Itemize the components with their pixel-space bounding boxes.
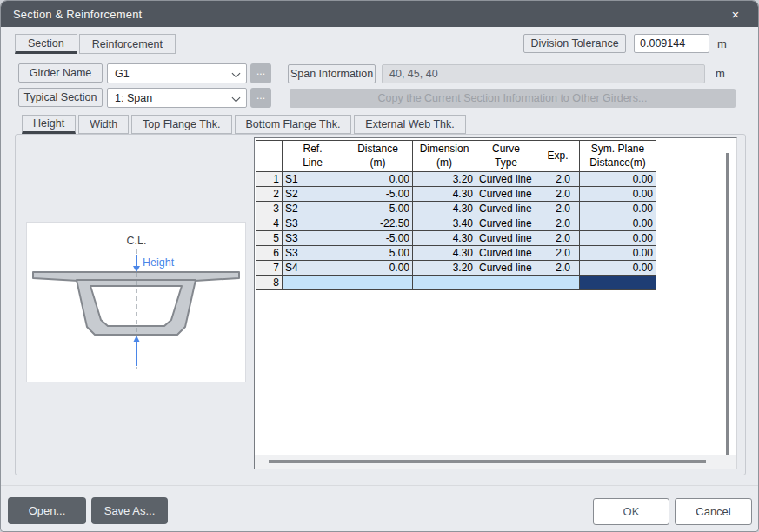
tab-width[interactable]: Width [78, 115, 129, 134]
curve-type-cell[interactable]: Curved line [476, 246, 536, 261]
ok-button[interactable]: OK [593, 498, 669, 525]
centerline-label: C.L. [127, 235, 147, 247]
row-number-cell[interactable]: 6 [256, 246, 283, 261]
dimension-cell[interactable]: 4.30 [413, 202, 476, 216]
row-number-cell[interactable]: 5 [256, 231, 283, 246]
ref-line-cell[interactable]: S3 [283, 231, 343, 246]
span-information-label: Span Information [288, 64, 376, 83]
sym-plane-cell[interactable]: 0.00 [580, 246, 656, 261]
height-label: Height [143, 256, 175, 269]
distance-cell[interactable]: 5.00 [343, 246, 413, 261]
girder-name-select[interactable]: G1 [107, 63, 247, 83]
dimension-cell[interactable]: 3.40 [413, 216, 476, 231]
copy-section-info-button[interactable]: Copy the Current Section Information to … [290, 89, 736, 108]
close-icon[interactable]: × [725, 4, 746, 23]
division-tolerance-label: Division Tolerance [523, 34, 626, 53]
sym-plane-cell[interactable] [580, 276, 656, 290]
row-number-cell[interactable]: 1 [256, 172, 283, 187]
dimension-cell[interactable]: 3.20 [413, 172, 476, 187]
sym-plane-cell[interactable]: 0.00 [580, 231, 656, 246]
division-tolerance-group: Division Tolerance m [523, 34, 727, 53]
curve-type-cell[interactable]: Curved line [476, 216, 536, 231]
section-reinforcement-dialog: Section & Reinforcement × Section Reinfo… [0, 0, 759, 532]
row-number-cell[interactable]: 3 [256, 202, 283, 216]
column-header[interactable]: Curve Type [476, 141, 536, 172]
curve-type-cell[interactable]: Curved line [476, 187, 536, 202]
sym-plane-cell[interactable]: 0.00 [580, 172, 656, 187]
vertical-scrollbar[interactable] [726, 153, 729, 464]
horizontal-scrollbar[interactable] [269, 460, 706, 463]
height-table-panel: Ref. LineDistance (m)Dimension (m)Curve … [254, 137, 737, 469]
curve-type-cell[interactable]: Curved line [476, 172, 536, 187]
ref-line-cell[interactable]: S4 [283, 261, 343, 276]
save-as-button[interactable]: Save As... [91, 497, 168, 524]
exp-cell[interactable]: 2.0 [536, 231, 580, 246]
footer-divider [1, 485, 758, 486]
distance-cell[interactable] [343, 276, 413, 290]
curve-type-cell[interactable]: Curved line [476, 261, 536, 276]
dimension-cell[interactable]: 4.30 [413, 231, 476, 246]
distance-cell[interactable]: 0.00 [343, 172, 413, 187]
tab-section[interactable]: Section [15, 34, 77, 54]
column-header[interactable]: Distance (m) [343, 141, 413, 172]
cancel-button[interactable]: Cancel [675, 498, 752, 525]
exp-cell[interactable]: 2.0 [536, 261, 580, 276]
sym-plane-cell[interactable]: 0.00 [580, 202, 656, 216]
ref-line-cell[interactable]: S3 [283, 246, 343, 261]
column-header[interactable]: Sym. Plane Distance(m) [580, 141, 656, 172]
exp-cell[interactable]: 2.0 [536, 202, 580, 216]
tab-top-flange-thk[interactable]: Top Flange Thk. [131, 115, 231, 134]
ref-line-cell[interactable]: S1 [283, 172, 343, 187]
span-information-input[interactable] [382, 64, 705, 83]
division-tolerance-input[interactable] [634, 34, 709, 53]
dimension-tab-strip: Height Width Top Flange Thk. Bottom Flan… [22, 115, 466, 134]
distance-cell[interactable]: -5.00 [343, 231, 413, 246]
distance-cell[interactable]: -22.50 [343, 216, 413, 231]
dialog-title: Section & Reinforcement [13, 8, 142, 21]
curve-type-cell[interactable] [476, 276, 536, 290]
table-row: 6S35.004.30Curved line2.00.00 [256, 246, 656, 261]
sym-plane-cell[interactable]: 0.00 [580, 216, 656, 231]
exp-cell[interactable]: 2.0 [536, 172, 580, 187]
ref-line-cell[interactable] [283, 276, 343, 290]
girder-browse-button[interactable]: ... [250, 63, 271, 83]
row-number-cell[interactable]: 2 [256, 187, 283, 202]
tab-reinforcement[interactable]: Reinforcement [79, 34, 176, 54]
distance-cell[interactable]: -5.00 [343, 187, 413, 202]
exp-cell[interactable] [536, 276, 580, 290]
curve-type-cell[interactable]: Curved line [476, 202, 536, 216]
row-number-cell[interactable]: 7 [256, 261, 283, 276]
dimension-cell[interactable]: 4.30 [413, 187, 476, 202]
ref-line-cell[interactable]: S3 [283, 216, 343, 231]
column-header[interactable] [256, 141, 283, 172]
dimension-cell[interactable]: 4.30 [413, 246, 476, 261]
grid-header-row: Ref. LineDistance (m)Dimension (m)Curve … [256, 141, 656, 172]
chevron-down-icon [232, 95, 239, 102]
open-button[interactable]: Open... [8, 497, 86, 524]
exp-cell[interactable]: 2.0 [536, 187, 580, 202]
column-header[interactable]: Ref. Line [283, 141, 343, 172]
column-header[interactable]: Dimension (m) [413, 141, 476, 172]
exp-cell[interactable]: 2.0 [536, 246, 580, 261]
typical-section-select[interactable]: 1: Span [107, 88, 247, 108]
sym-plane-cell[interactable]: 0.00 [580, 261, 656, 276]
row-number-cell[interactable]: 4 [256, 216, 283, 231]
typical-section-label: Typical Section [18, 88, 103, 107]
ref-line-cell[interactable]: S2 [283, 187, 343, 202]
tab-bottom-flange-thk[interactable]: Bottom Flange Thk. [235, 115, 352, 134]
column-header[interactable]: Exp. [536, 141, 580, 172]
curve-type-cell[interactable]: Curved line [476, 231, 536, 246]
row-number-cell[interactable]: 8 [256, 276, 283, 290]
tab-external-web-thk[interactable]: External Web Thk. [354, 115, 465, 134]
dimension-cell[interactable] [413, 276, 476, 290]
ref-line-cell[interactable]: S2 [283, 202, 343, 216]
distance-cell[interactable]: 0.00 [343, 261, 413, 276]
dimension-cell[interactable]: 3.20 [413, 261, 476, 276]
typical-section-browse-button[interactable]: ... [250, 88, 271, 108]
division-tolerance-unit: m [717, 37, 727, 50]
distance-cell[interactable]: 5.00 [343, 202, 413, 216]
tab-height[interactable]: Height [22, 115, 76, 134]
exp-cell[interactable]: 2.0 [536, 216, 580, 231]
girder-name-value: G1 [115, 68, 130, 80]
sym-plane-cell[interactable]: 0.00 [580, 187, 656, 202]
